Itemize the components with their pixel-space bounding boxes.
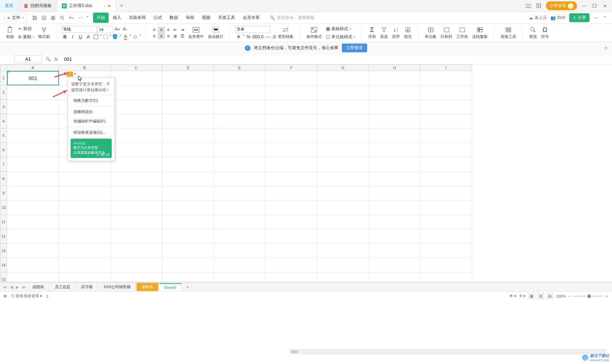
cell-C12[interactable] <box>111 229 162 244</box>
freeze-button[interactable]: 冻结窗格 <box>471 26 489 40</box>
cond-format-button[interactable]: 条件格式 <box>305 26 323 40</box>
cell-button[interactable]: 单元格 <box>423 26 438 40</box>
cell-E14[interactable] <box>214 258 266 272</box>
cell-E3[interactable] <box>214 100 266 114</box>
cell-H14[interactable] <box>369 258 421 272</box>
cell-H9[interactable] <box>369 186 421 200</box>
col-header-a[interactable]: A <box>7 65 59 71</box>
font-size-select[interactable] <box>97 26 113 33</box>
cell-C10[interactable] <box>111 200 162 215</box>
minimize-button[interactable]: ― <box>580 2 587 9</box>
cell-F1[interactable] <box>266 71 317 85</box>
cell-H7[interactable] <box>369 157 421 172</box>
cell-A11[interactable] <box>7 215 59 229</box>
cell-B13[interactable] <box>59 244 111 258</box>
cell-A14[interactable] <box>7 258 59 272</box>
cell-H11[interactable] <box>369 215 421 229</box>
maximize-button[interactable] <box>591 2 598 9</box>
view-page-icon[interactable]: ▥ <box>538 293 544 299</box>
fill-button[interactable]: 填充 <box>403 26 413 40</box>
grid-apps-icon[interactable] <box>535 2 542 9</box>
menu-view[interactable]: 视图 <box>198 13 214 23</box>
cell-C4[interactable] <box>111 114 162 128</box>
cell-D9[interactable] <box>162 186 214 200</box>
row-header-13[interactable]: 13 <box>0 244 7 258</box>
cell-G15[interactable] <box>317 272 369 282</box>
cell-E12[interactable] <box>214 229 266 244</box>
cell-G5[interactable] <box>317 128 369 143</box>
cell-I9[interactable] <box>421 186 472 200</box>
print-icon[interactable] <box>50 15 56 21</box>
worksheet-button[interactable]: 工作表 <box>455 26 469 40</box>
cell-B11[interactable] <box>59 215 111 229</box>
col-header-e[interactable]: E <box>214 65 266 71</box>
cell-A12[interactable] <box>7 229 59 244</box>
save-as-icon[interactable] <box>41 15 47 21</box>
cell-H2[interactable] <box>369 85 421 100</box>
cell-H13[interactable] <box>369 244 421 258</box>
row-header-9[interactable]: 9 <box>0 186 7 200</box>
col-header-d[interactable]: D <box>162 65 214 71</box>
settings-icon[interactable]: ⋯ <box>593 15 599 21</box>
merge-center-button[interactable]: 合并居中 <box>187 26 205 40</box>
cell-A13[interactable] <box>7 244 59 258</box>
row-header-14[interactable]: 14 <box>0 258 7 272</box>
cell-G8[interactable] <box>317 172 369 186</box>
cell-D4[interactable] <box>162 114 214 128</box>
close-button[interactable]: ✕ <box>601 2 608 9</box>
filter-button[interactable]: 筛选 <box>379 26 389 40</box>
cell-A9[interactable] <box>7 186 59 200</box>
cell-E11[interactable] <box>214 215 266 229</box>
align-center-icon[interactable]: ≡ <box>158 33 164 39</box>
copy-button[interactable]: ⧉复制▾ <box>17 33 35 41</box>
sum-button[interactable]: Σ求和 <box>367 26 377 40</box>
sheet-nav-last[interactable]: ⏭ <box>21 285 27 290</box>
cell-E10[interactable] <box>214 200 266 215</box>
login-button[interactable]: 立即登录 <box>546 1 577 10</box>
tab-workbook[interactable]: 工作簿3.xlsx ○ <box>57 0 116 12</box>
cell-D8[interactable] <box>162 172 214 186</box>
menu-formula[interactable]: 公式 <box>150 13 165 23</box>
cell-H10[interactable] <box>369 200 421 215</box>
increase-font-icon[interactable]: A+ <box>114 26 121 32</box>
cell-I3[interactable] <box>421 100 472 114</box>
menu-dev[interactable]: 开发工具 <box>215 13 239 23</box>
cell-A3[interactable] <box>7 100 59 114</box>
cell-A1[interactable]: 001 <box>7 71 59 85</box>
cell-B12[interactable] <box>59 229 111 244</box>
tab-close-icon[interactable]: ○ <box>104 4 106 8</box>
fill-color-button[interactable]: 🪣 <box>112 34 119 40</box>
row-header-12[interactable]: 12 <box>0 229 7 244</box>
cell-C2[interactable] <box>111 85 162 100</box>
cell-D11[interactable] <box>162 215 214 229</box>
cell-I4[interactable] <box>421 114 472 128</box>
align-right-icon[interactable]: ≡ <box>165 33 171 39</box>
cell-F12[interactable] <box>266 229 317 244</box>
cell-B8[interactable] <box>59 172 111 186</box>
cell-E7[interactable] <box>214 157 266 172</box>
sheet-nav-next[interactable]: ▶ <box>15 285 20 290</box>
cell-G9[interactable] <box>317 186 369 200</box>
sheet-tab-2[interactable]: 田字格 <box>76 283 98 291</box>
cell-D3[interactable] <box>162 100 214 114</box>
cell-I13[interactable] <box>421 244 472 258</box>
paste-button[interactable]: 粘贴 <box>5 26 15 40</box>
align-bottom-icon[interactable]: ≡ <box>165 27 171 33</box>
popup-error-options[interactable]: 错误检查选项(O)... <box>68 128 115 137</box>
tab-home[interactable]: 首页 <box>0 0 19 12</box>
comma-icon[interactable]: 000 <box>253 34 260 40</box>
col-header-h[interactable]: H <box>369 65 421 71</box>
collapse-ribbon-icon[interactable]: ⌃ <box>602 15 608 21</box>
symbol-button[interactable]: Ω符号 <box>540 26 550 40</box>
cell-A8[interactable] <box>7 172 59 186</box>
view-break-icon[interactable]: ▤ <box>547 293 553 299</box>
cell-I5[interactable] <box>421 128 472 143</box>
border-button[interactable] <box>92 34 99 40</box>
find-button[interactable]: 查找 <box>528 26 538 40</box>
auto-wrap-button[interactable]: 自动换行 <box>207 26 225 40</box>
focus-icon[interactable]: ✢ ▾ <box>519 294 526 298</box>
cell-G4[interactable] <box>317 114 369 128</box>
row-header-2[interactable]: 2 <box>0 85 7 100</box>
popup-ignore-error[interactable]: 忽略错误(I) <box>68 107 115 117</box>
cell-D15[interactable] <box>162 272 214 282</box>
